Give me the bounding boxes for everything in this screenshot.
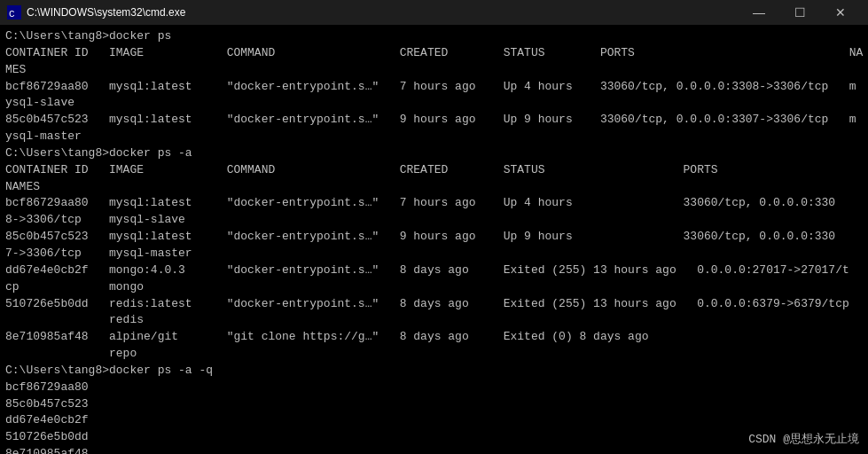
terminal-line: 8e710985af48: [5, 446, 863, 454]
terminal-line: 7->3306/tcp mysql-master: [5, 246, 863, 262]
title-bar: C C:\WINDOWS\system32\cmd.exe — ☐ ✕: [0, 0, 868, 25]
terminal-line: 8->3306/tcp mysql-slave: [5, 212, 863, 229]
terminal-line: bcf86729aa80 mysql:latest "docker-entryp…: [5, 79, 863, 96]
terminal-line: cp mongo: [5, 279, 863, 296]
svg-text:C: C: [9, 9, 15, 20]
terminal-line: 85c0b457c523 mysql:latest "docker-entryp…: [5, 229, 863, 246]
terminal-line: C:\Users\tang8>docker ps: [5, 28, 863, 45]
cmd-icon: C: [7, 5, 21, 20]
terminal-line: bcf86729aa80: [5, 380, 863, 396]
terminal-line: ysql-slave: [5, 95, 863, 112]
terminal-line: dd67e4e0cb2f: [5, 412, 863, 429]
terminal-line: bcf86729aa80 mysql:latest "docker-entryp…: [5, 195, 863, 212]
terminal-line: CONTAINER ID IMAGE COMMAND CREATED STATU…: [5, 162, 863, 179]
terminal-line: 8e710985af48 alpine/git "git clone https…: [5, 329, 863, 346]
terminal-line: MES: [5, 62, 863, 79]
title-bar-left: C C:\WINDOWS\system32\cmd.exe: [7, 5, 185, 20]
terminal-line: ysql-master: [5, 129, 863, 145]
minimize-button[interactable]: —: [739, 0, 779, 25]
terminal-line: CONTAINER ID IMAGE COMMAND CREATED STATU…: [5, 45, 863, 62]
terminal-line: 510726e5b0dd: [5, 429, 863, 446]
terminal-line: repo: [5, 346, 863, 363]
terminal-line: C:\Users\tang8>docker ps -a -q: [5, 363, 863, 380]
terminal-line: NAMES: [5, 179, 863, 196]
maximize-button[interactable]: ☐: [779, 0, 820, 25]
terminal-output: C:\Users\tang8>docker psCONTAINER ID IMA…: [5, 28, 863, 454]
terminal-window: C:\Users\tang8>docker psCONTAINER ID IMA…: [0, 25, 868, 454]
terminal-line: redis: [5, 312, 863, 329]
title-bar-controls: — ☐ ✕: [739, 0, 861, 25]
watermark: CSDN @思想永无止境: [748, 431, 859, 447]
terminal-line: C:\Users\tang8>docker ps -a: [5, 145, 863, 162]
terminal-line: 510726e5b0dd redis:latest "docker-entryp…: [5, 296, 863, 313]
terminal-line: 85c0b457c523: [5, 396, 863, 413]
title-bar-title: C:\WINDOWS\system32\cmd.exe: [27, 6, 185, 19]
terminal-line: 85c0b457c523 mysql:latest "docker-entryp…: [5, 112, 863, 129]
close-button[interactable]: ✕: [820, 0, 861, 25]
terminal-line: dd67e4e0cb2f mongo:4.0.3 "docker-entrypo…: [5, 262, 863, 279]
